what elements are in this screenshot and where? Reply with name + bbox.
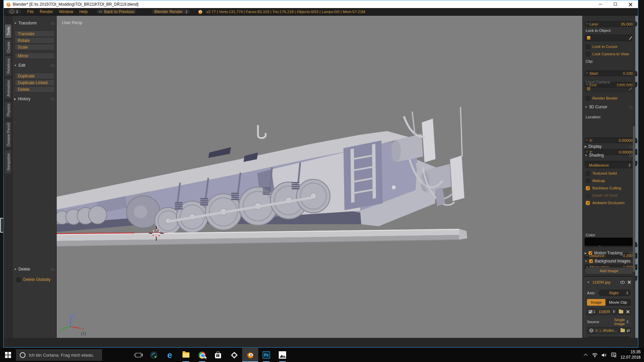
viewport-3d[interactable]: User Persp (1) x y z Lens:35.000 Lock to… xyxy=(57,16,638,338)
bg-image-header-row[interactable]: ▼ 119DR.jpg xyxy=(587,280,631,284)
render-engine-select[interactable]: Blender Render xyxy=(151,9,191,14)
filepath-field[interactable]: //..\..\Rollm... xyxy=(587,327,620,334)
add-image-button[interactable]: Add Image xyxy=(585,267,633,274)
taskbar-app-photoshop[interactable]: Ps xyxy=(258,348,274,362)
reload-image-button[interactable]: ⇄ xyxy=(626,327,631,334)
menu-file[interactable]: File xyxy=(24,9,37,14)
n-panel-scrollbar-thumb[interactable] xyxy=(633,126,635,272)
taskbar-app-photos[interactable] xyxy=(274,348,290,362)
ambient-occlusion-checkbox[interactable]: Ambient Occlusion xyxy=(586,200,634,205)
delete-button[interactable]: Delete xyxy=(15,86,55,93)
panel-header-motion-tracking[interactable]: ▶Motion Tracking xyxy=(585,250,633,256)
delete-globally-checkbox-row[interactable]: Delete Globally xyxy=(16,277,55,282)
depth-of-field-checkbox[interactable]: Depth Of Field xyxy=(586,193,634,198)
panel-header-display[interactable]: ▶Display xyxy=(585,144,633,149)
taskbar-app-chrome[interactable] xyxy=(194,348,210,362)
n-panel-scrollbar-track[interactable] xyxy=(633,16,635,338)
translate-button[interactable]: Translate xyxy=(15,31,55,37)
clipped-slider-row[interactable] xyxy=(587,337,631,338)
panel-header-shading[interactable]: ▼Shading xyxy=(585,153,633,158)
remove-image-icon[interactable] xyxy=(628,281,631,284)
menu-window[interactable]: Window xyxy=(56,9,76,14)
duplicate-button[interactable]: Duplicate xyxy=(15,73,55,79)
duplicate-linked-button[interactable]: Duplicate Linked xyxy=(15,79,55,86)
tray-volume-button[interactable] xyxy=(600,348,609,362)
tab-image[interactable]: Image xyxy=(587,299,605,306)
panel-header-delete[interactable]: ▼Delete xyxy=(14,266,55,272)
eye-visibility-icon[interactable] xyxy=(620,281,625,284)
panel-header-history[interactable]: ▶History xyxy=(14,96,55,102)
lock-to-cursor-checkbox[interactable]: Lock to Cursor xyxy=(586,44,634,49)
checkbox-icon[interactable] xyxy=(586,52,590,56)
textured-solid-checkbox[interactable]: Textured Solid xyxy=(586,171,634,176)
tab-movie-clip[interactable]: Movie Clip xyxy=(605,299,631,306)
taskbar-app-settings[interactable] xyxy=(226,348,242,362)
source-select[interactable]: Single Image xyxy=(602,318,631,325)
eyedropper-icon[interactable] xyxy=(629,36,632,40)
browse-path-button[interactable] xyxy=(620,327,625,334)
mirror-button[interactable]: Mirror xyxy=(15,53,55,59)
checkbox-checked-icon[interactable] xyxy=(586,201,590,205)
task-view-button[interactable] xyxy=(131,348,146,362)
editor-type-selector[interactable]: i xyxy=(7,9,21,14)
menu-help[interactable]: Help xyxy=(76,9,91,14)
tab-create[interactable]: Create xyxy=(5,39,12,55)
render-border-checkbox[interactable]: Render Border xyxy=(586,96,634,101)
minimize-button[interactable] xyxy=(593,0,608,8)
checkbox-icon[interactable] xyxy=(586,45,590,49)
panel-header-edit[interactable]: ▼Edit xyxy=(14,63,55,68)
panel-header-3d-cursor[interactable]: ▼3D Cursor xyxy=(585,104,633,110)
tab-tools[interactable]: Tools xyxy=(5,24,12,38)
desktop-icon-partial[interactable] xyxy=(0,218,3,233)
tab-relations[interactable]: Relations xyxy=(5,56,12,76)
cortana-search-box[interactable]: Ich bin Cortana. Frag mich etwas. xyxy=(16,349,102,361)
open-image-button[interactable] xyxy=(618,308,624,315)
back-to-previous-button[interactable]: ↩ Back to Previous xyxy=(96,9,137,14)
tab-navigation[interactable]: Navigation xyxy=(5,150,12,174)
cursor-x-slider[interactable]: X:0.00000 xyxy=(585,137,637,143)
checkbox-checked-icon[interactable] xyxy=(588,251,592,255)
tray-expand-button[interactable] xyxy=(581,348,590,362)
taskbar-app-edge[interactable]: e xyxy=(162,348,178,362)
clip-start-slider[interactable]: Start:0.100 xyxy=(585,70,637,76)
panel-header-background-images[interactable]: ▼Background Images xyxy=(585,258,633,264)
menu-render[interactable]: Render xyxy=(37,9,56,14)
lens-slider[interactable]: Lens:35.000 xyxy=(585,21,637,27)
scale-button[interactable]: Scale xyxy=(15,44,55,50)
image-datablock-name[interactable]: 119DR xyxy=(598,308,611,315)
checkbox-icon[interactable] xyxy=(586,193,590,198)
checkbox-icon[interactable] xyxy=(586,171,590,176)
shading-mode-select[interactable]: Multitexture xyxy=(585,162,633,168)
lock-camera-to-view-checkbox[interactable]: Lock Camera to View xyxy=(586,51,634,57)
taskbar-app-explorer[interactable] xyxy=(178,348,194,362)
maximize-button[interactable] xyxy=(608,0,623,8)
start-button[interactable] xyxy=(0,348,16,362)
rotate-button[interactable]: Rotate xyxy=(15,37,55,44)
taskbar-app-media[interactable] xyxy=(146,348,162,362)
checkbox-icon[interactable] xyxy=(16,278,21,282)
backface-culling-checkbox[interactable]: Backface Culling xyxy=(586,185,634,191)
matcap-checkbox[interactable]: Matcap xyxy=(586,178,634,183)
tab-grease-pencil[interactable]: Grease Pencil xyxy=(5,121,12,148)
fake-user-button[interactable]: F xyxy=(611,308,617,315)
tray-action-center-button[interactable] xyxy=(609,348,619,362)
image-browse-button[interactable] xyxy=(587,308,597,315)
taskbar-app-blender[interactable] xyxy=(242,348,258,362)
tab-physics[interactable]: Physics xyxy=(5,102,12,118)
unlink-image-button[interactable] xyxy=(625,308,631,315)
tab-animation[interactable]: Animation xyxy=(5,78,12,99)
panel-header-transform[interactable]: ▼Transform xyxy=(14,20,55,26)
checkbox-checked-icon[interactable] xyxy=(589,259,593,263)
tray-wifi-button[interactable] xyxy=(590,348,600,362)
title-bar[interactable]: Blender* [E:\ts 2015\TOI_Modding\TOI_BR2… xyxy=(4,0,638,8)
checkbox-icon[interactable] xyxy=(586,96,590,101)
taskbar-app-store[interactable] xyxy=(210,348,226,362)
ao-color-swatch[interactable] xyxy=(585,238,633,246)
checkbox-checked-icon[interactable] xyxy=(586,186,590,190)
taskbar-clock[interactable]: 15:35 12.07.2016 xyxy=(621,350,641,360)
checkbox-icon[interactable] xyxy=(586,179,590,183)
local-camera-field[interactable] xyxy=(585,85,633,92)
axis-select[interactable]: Right xyxy=(599,290,631,296)
close-button[interactable] xyxy=(623,0,638,8)
lock-object-field[interactable] xyxy=(585,35,633,41)
